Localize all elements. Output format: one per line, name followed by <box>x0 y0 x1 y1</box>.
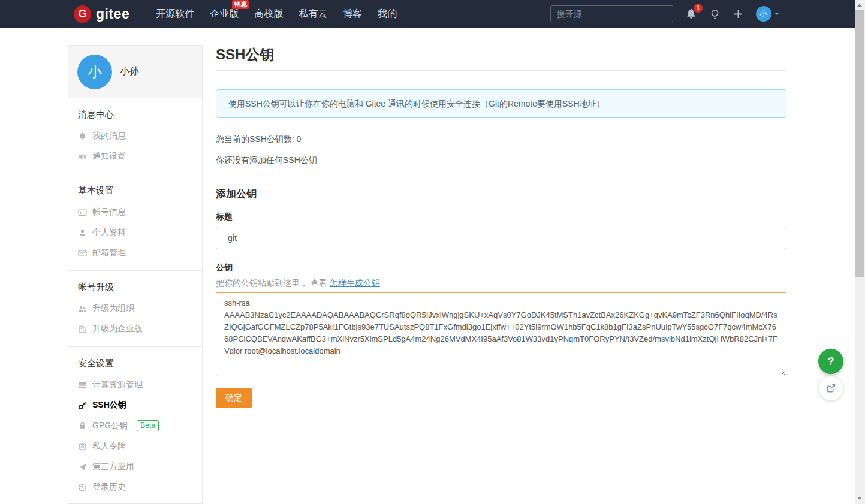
username: 小孙 <box>120 65 139 78</box>
sidebar-item-compute-resources[interactable]: 计算资源管理 <box>68 375 202 395</box>
server-icon <box>78 381 87 390</box>
sidebar-section-messages: 消息中心 我的消息 通知设置 <box>68 98 202 174</box>
nav-item-education[interactable]: 高校版 <box>254 8 283 20</box>
chevron-down-icon <box>774 13 779 15</box>
confirm-button[interactable]: 确定 <box>216 388 252 408</box>
sidebar-item-label: 计算资源管理 <box>92 379 143 390</box>
rocket-icon <box>78 463 87 472</box>
user-icon <box>78 228 87 237</box>
building-icon <box>78 325 87 334</box>
nav-item-enterprise[interactable]: 企业版 特惠 <box>210 8 239 20</box>
help-button[interactable]: ? <box>818 349 843 374</box>
notification-count-badge: 1 <box>694 4 703 13</box>
speaker-icon <box>78 152 87 161</box>
how-to-generate-link[interactable]: 怎样生成公钥 <box>330 278 380 288</box>
sidebar-item-label: 我的消息 <box>92 131 126 141</box>
sidebar-item-gpg-keys[interactable]: GPG公钥 Beta <box>68 415 202 436</box>
nav-item-blog[interactable]: 博客 <box>343 8 362 20</box>
ssh-info-banner: 使用SSH公钥可以让你在你的电脑和 Gitee 通讯的时候使用安全连接（Git的… <box>216 89 786 118</box>
sidebar-item-label: 登录历史 <box>92 482 126 493</box>
sidebar-item-label: 升级为企业版 <box>92 324 143 334</box>
sidebar-item-email-management[interactable]: 邮箱管理 <box>68 243 202 263</box>
key-help-text: 把你的公钥粘贴到这里， 查看 怎样生成公钥 <box>216 278 786 289</box>
section-title: 基本设置 <box>68 182 202 202</box>
ideas-button[interactable] <box>709 8 721 20</box>
lock-icon <box>78 421 87 430</box>
create-new-button[interactable] <box>733 8 744 20</box>
key-label: 公钥 <box>216 262 786 273</box>
sidebar-item-ssh-keys[interactable]: SSH公钥 <box>68 395 202 415</box>
notifications-button[interactable]: 1 <box>685 8 697 20</box>
gitee-logo-icon: G <box>74 5 91 23</box>
bell-icon <box>78 132 87 141</box>
beta-badge: Beta <box>137 420 159 431</box>
sidebar-item-label: 个人资料 <box>92 227 126 238</box>
main-content: SSH公钥 使用SSH公钥可以让你在你的电脑和 Gitee 通讯的时候使用安全连… <box>216 42 786 408</box>
nav-item-private-cloud[interactable]: 私有云 <box>299 8 327 20</box>
key-title-input[interactable] <box>216 227 786 249</box>
empty-state-text: 你还没有添加任何SSH公钥 <box>216 155 786 166</box>
scrollbar-thumb[interactable] <box>855 10 864 277</box>
sidebar-item-label: GPG公钥 <box>92 421 128 431</box>
nav-item-opensource[interactable]: 开源软件 <box>156 8 194 20</box>
avatar[interactable]: 小 <box>77 55 112 89</box>
nav-item-mine[interactable]: 我的 <box>378 8 397 20</box>
sidebar-item-my-messages[interactable]: 我的消息 <box>68 126 202 146</box>
id-card-icon <box>78 208 87 217</box>
plus-icon <box>733 8 744 20</box>
gitee-logo-text: gitee <box>96 6 129 22</box>
sidebar-section-upgrade: 帐号升级 升级为组织 升级为企业版 <box>68 270 202 346</box>
sidebar-section-security: 安全设置 计算资源管理 SSH公钥 GPG公钥 Beta 私人令牌 <box>68 346 202 504</box>
sidebar-item-third-party-apps[interactable]: 第三方应用 <box>68 457 202 477</box>
section-title: 安全设置 <box>68 355 202 375</box>
page-title: SSH公钥 <box>216 42 786 71</box>
nav-item-enterprise-label: 企业版 <box>210 8 239 19</box>
title-label: 标题 <box>216 212 786 222</box>
sidebar-item-account-info[interactable]: 帐号信息 <box>68 202 202 222</box>
key-icon <box>78 401 87 410</box>
scroll-down-arrow[interactable] <box>857 497 862 500</box>
group-icon <box>78 304 87 313</box>
sidebar-item-label: 升级为组织 <box>92 303 134 314</box>
promo-badge: 特惠 <box>232 0 249 9</box>
public-key-textarea[interactable]: ssh-rsa AAAAB3NzaC1yc2EAAAADAQABAAABAQCr… <box>216 292 786 376</box>
bulb-icon <box>709 8 721 20</box>
key-count-text: 您当前的SSH公钥数: 0 <box>216 134 786 145</box>
sidebar-section-basic: 基本设置 帐号信息 个人资料 邮箱管理 <box>68 174 202 270</box>
token-icon <box>78 442 87 451</box>
avatar: 小 <box>756 6 771 22</box>
top-navbar: G gitee 开源软件 企业版 特惠 高校版 私有云 博客 我的 1 <box>0 0 855 28</box>
sidebar-item-upgrade-to-enterprise[interactable]: 升级为企业版 <box>68 319 202 339</box>
user-menu[interactable]: 小 <box>756 6 779 22</box>
feedback-button[interactable] <box>819 376 843 400</box>
sidebar-item-label: 帐号信息 <box>92 207 126 218</box>
add-key-heading: 添加公钥 <box>216 187 786 201</box>
sidebar-item-label: SSH公钥 <box>92 400 126 411</box>
external-link-icon <box>825 383 836 394</box>
primary-nav: 开源软件 企业版 特惠 高校版 私有云 博客 我的 <box>156 8 397 20</box>
search-input[interactable] <box>550 5 673 22</box>
sidebar-item-label: 私人令牌 <box>92 441 126 452</box>
history-icon <box>78 483 87 492</box>
navbar-right: 1 小 <box>550 5 855 22</box>
scroll-up-arrow[interactable] <box>857 4 862 7</box>
sidebar-item-label: 邮箱管理 <box>92 248 126 258</box>
section-title: 消息中心 <box>68 106 202 126</box>
sidebar-item-upgrade-to-org[interactable]: 升级为组织 <box>68 298 202 319</box>
sidebar-item-login-history[interactable]: 登录历史 <box>68 477 202 497</box>
gitee-logo[interactable]: G gitee <box>74 5 129 23</box>
settings-sidebar: 小 小孙 消息中心 我的消息 通知设置 基本设置 帐号信息 <box>68 45 203 504</box>
key-help-prefix: 把你的公钥粘贴到这里， 查看 <box>216 278 330 288</box>
sidebar-item-label: 通知设置 <box>92 151 126 162</box>
page-scrollbar[interactable] <box>855 0 865 504</box>
profile-card: 小 小孙 <box>68 46 202 98</box>
sidebar-item-profile[interactable]: 个人资料 <box>68 222 202 243</box>
search-box <box>550 5 673 22</box>
sidebar-item-private-tokens[interactable]: 私人令牌 <box>68 436 202 457</box>
sidebar-item-label: 第三方应用 <box>92 461 134 472</box>
mail-icon <box>78 249 87 258</box>
section-title: 帐号升级 <box>68 279 202 298</box>
sidebar-item-notification-settings[interactable]: 通知设置 <box>68 146 202 167</box>
